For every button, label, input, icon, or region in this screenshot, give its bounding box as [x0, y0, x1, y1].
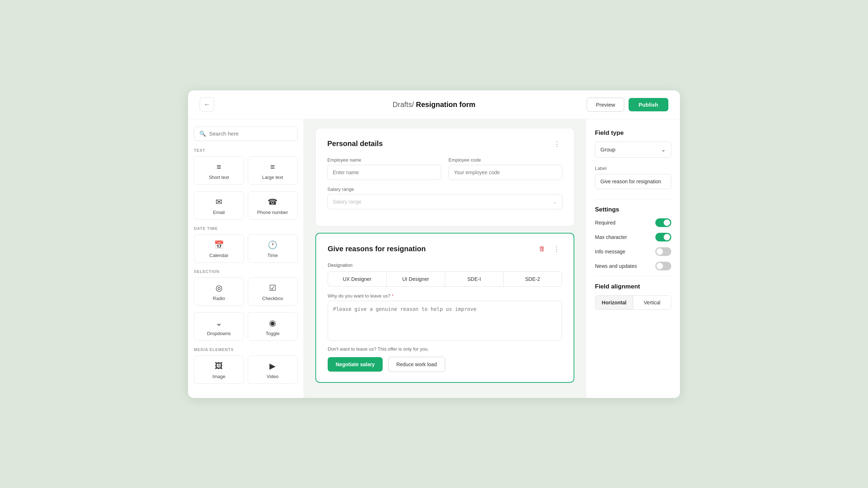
calendar-icon: 📅 — [214, 240, 224, 250]
settings-row-info-msg: Info message — [595, 247, 671, 256]
sidebar-item-phone-number[interactable]: ☎ Phone number — [248, 191, 298, 220]
checkbox-icon: ☑ — [269, 283, 276, 293]
large-text-icon: ≡ — [270, 162, 275, 172]
sidebar-item-email[interactable]: ✉ Email — [194, 191, 244, 220]
card1-row1: Employee name Employee code — [327, 157, 562, 180]
alignment-title: Field alignment — [595, 283, 671, 290]
sidebar-item-image[interactable]: 🖼 Image — [194, 355, 244, 384]
sidebar-item-checkbox[interactable]: ☑ Checkbox — [248, 277, 298, 306]
search-box: 🔍 — [194, 127, 298, 141]
news-toggle[interactable] — [655, 262, 671, 270]
chevron-down-icon: ⌄ — [553, 199, 557, 205]
delete-icon[interactable]: 🗑 — [537, 244, 548, 254]
employee-name-field: Employee name — [327, 157, 441, 180]
sidebar-item-label: Calendar — [209, 253, 229, 258]
dropdown-icon: ⌄ — [216, 318, 222, 328]
sidebar-section-datetime: DATE TIME 📅 Calendar 🕐 Time — [194, 226, 298, 263]
negotiate-salary-button[interactable]: Negotiate salary — [328, 357, 383, 372]
sidebar-item-large-text[interactable]: ≡ Large text — [248, 156, 298, 185]
reduce-workload-button[interactable]: Reduce work load — [388, 357, 445, 372]
salary-range-field: Salary range Salary range ⌄ — [327, 187, 562, 209]
designation-label: Designation — [328, 262, 562, 268]
card2-menu-icon[interactable]: ⋮ — [551, 244, 562, 254]
sidebar-item-calendar[interactable]: 📅 Calendar — [194, 234, 244, 263]
employee-code-input[interactable] — [448, 165, 562, 180]
employee-name-input[interactable] — [327, 165, 441, 180]
card1-menu-icon[interactable]: ⋮ — [552, 138, 562, 149]
top-actions: Preview Publish — [587, 98, 668, 112]
sidebar-item-video[interactable]: ▶ Video — [248, 355, 298, 384]
section-label-selection: SELECTION — [194, 269, 298, 274]
required-toggle-slider — [655, 218, 671, 227]
max-char-toggle[interactable] — [655, 233, 671, 241]
sidebar-item-dropdowns[interactable]: ⌄ Dropdowns — [194, 312, 244, 341]
sidebar-section-media: MEDIA ELEMENTS 🖼 Image ▶ Video — [194, 347, 298, 384]
action-hint: Don't want to leave us? This offer is on… — [328, 346, 562, 352]
sidebar-item-label: Phone number — [257, 210, 288, 215]
sidebar-item-short-text[interactable]: ≡ Short text — [194, 156, 244, 185]
news-toggle-slider — [655, 262, 671, 270]
salary-range-placeholder: Salary range — [333, 199, 361, 205]
settings-key-required: Required — [595, 220, 616, 226]
align-horizontal-button[interactable]: Horizontal — [595, 296, 633, 309]
sidebar-item-label: Dropdowns — [207, 331, 231, 336]
search-input[interactable] — [209, 130, 292, 137]
email-icon: ✉ — [216, 197, 222, 207]
sidebar-item-label: Image — [212, 374, 225, 379]
salary-range-select[interactable]: Salary range ⌄ — [327, 194, 562, 209]
tab-sde-i[interactable]: SDE-I — [445, 272, 504, 286]
main-layout: 🔍 TEXT ≡ Short text ≡ Large text — [188, 119, 680, 398]
sidebar-item-label: Time — [268, 253, 278, 258]
card1-title: Personal details — [327, 140, 383, 148]
why-leave-textarea[interactable] — [328, 301, 562, 341]
info-msg-toggle[interactable] — [655, 247, 671, 256]
settings-key-max-char: Max character — [595, 234, 627, 240]
sidebar-item-label: Large text — [262, 175, 283, 180]
sidebar-item-radio[interactable]: ◎ Radio — [194, 277, 244, 306]
back-button[interactable]: ← — [200, 97, 214, 112]
label-input[interactable] — [595, 174, 671, 189]
sidebar-item-time[interactable]: 🕐 Time — [248, 234, 298, 263]
preview-button[interactable]: Preview — [587, 98, 624, 112]
salary-range-label: Salary range — [327, 187, 562, 192]
sidebar-item-label: Radio — [213, 296, 225, 301]
card1-header: Personal details ⋮ — [327, 138, 562, 149]
video-icon: ▶ — [269, 361, 276, 371]
field-type-dropdown[interactable]: Group ⌄ — [595, 142, 671, 158]
align-vertical-button[interactable]: Vertical — [633, 296, 671, 309]
publish-button[interactable]: Publish — [629, 98, 668, 111]
settings-title: Settings — [595, 206, 671, 213]
alignment-buttons: Horizontal Vertical — [595, 295, 671, 310]
toggle-icon: ◉ — [269, 318, 276, 328]
sidebar-section-text: TEXT ≡ Short text ≡ Large text — [194, 148, 298, 185]
label-title: Label — [595, 166, 671, 171]
tab-ui-designer[interactable]: UI Designer — [387, 272, 445, 286]
radio-icon: ◎ — [216, 283, 222, 293]
max-char-toggle-slider — [655, 233, 671, 241]
card1-row2: Salary range Salary range ⌄ — [327, 187, 562, 209]
field-type-title: Field type — [595, 129, 671, 137]
short-text-icon: ≡ — [217, 162, 221, 172]
card2-header: Give reasons for resignation 🗑 ⋮ — [328, 244, 562, 254]
required-star: * — [392, 293, 393, 299]
tab-ux-designer[interactable]: UX Designer — [328, 272, 387, 286]
card2-title: Give reasons for resignation — [328, 245, 426, 253]
sidebar-item-label: Toggle — [266, 331, 280, 336]
settings-key-news: News and updates — [595, 263, 637, 269]
employee-name-label: Employee name — [327, 157, 441, 163]
breadcrumb-title: Resignation form — [416, 100, 475, 108]
required-toggle[interactable] — [655, 218, 671, 227]
sidebar-item-label: Short text — [209, 175, 229, 180]
action-row: Don't want to leave us? This offer is on… — [328, 346, 562, 372]
tab-sde-2[interactable]: SDE-2 — [503, 272, 562, 286]
why-leave-label: Why do you want to leave us? * — [328, 293, 562, 299]
settings-row-max-char: Max character — [595, 233, 671, 241]
sidebar-item-toggle[interactable]: ◉ Toggle — [248, 312, 298, 341]
why-leave-field: Why do you want to leave us? * — [328, 293, 562, 341]
card2-actions: 🗑 ⋮ — [537, 244, 562, 254]
center-area: Personal details ⋮ Employee name Employe… — [304, 119, 586, 398]
personal-details-card: Personal details ⋮ Employee name Employe… — [315, 128, 574, 226]
search-icon: 🔍 — [199, 130, 206, 137]
breadcrumb-prefix: Drafts/ — [393, 100, 416, 108]
phone-icon: ☎ — [268, 197, 277, 207]
